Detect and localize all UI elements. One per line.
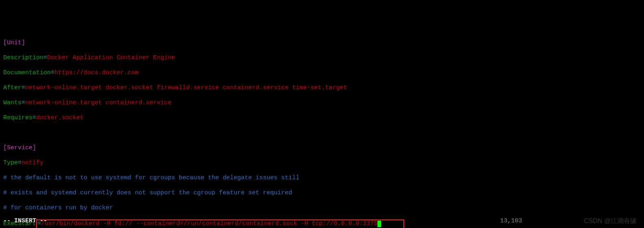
- equals-sign: =: [22, 99, 25, 106]
- key-wants: Wants: [3, 99, 22, 106]
- equals-sign: =: [33, 114, 36, 121]
- val-execstart: /usr/bin/dockerd -H fd:// --containerd=/…: [41, 220, 377, 227]
- vim-cursor-position: 13,103: [500, 217, 522, 225]
- highlight-box: =/usr/bin/dockerd -H fd:// --containerd=…: [36, 219, 404, 228]
- comment-line: # the default is not to use systemd for …: [3, 174, 299, 181]
- text-cursor: [377, 221, 381, 227]
- val-documentation: https://docs.docker.com: [54, 69, 139, 76]
- val-requires: docker.socket: [36, 114, 84, 121]
- equals-sign: =: [18, 159, 22, 166]
- equals-sign: =: [51, 69, 54, 76]
- val-wants: network-online.target containerd.service: [25, 99, 171, 106]
- key-type: Type: [3, 159, 18, 166]
- section-header-unit: [Unit]: [3, 39, 25, 46]
- key-after: After: [3, 84, 22, 91]
- key-requires: Requires: [3, 114, 33, 121]
- watermark-text: CSDN @江湖有缘: [584, 217, 637, 225]
- vim-mode-indicator: -- INSERT --: [3, 217, 47, 225]
- equals-sign: =: [22, 84, 25, 91]
- val-type: notify: [22, 159, 43, 166]
- comment-line: # for containers run by docker: [3, 204, 113, 211]
- section-header-service: [Service]: [3, 144, 36, 151]
- key-description: Description: [3, 54, 43, 61]
- editor-content[interactable]: [Unit] Description=Docker Application Co…: [3, 32, 641, 228]
- key-documentation: Documentation: [3, 69, 51, 76]
- comment-line: # exists and systemd currently does not …: [3, 189, 292, 196]
- equals-sign: =: [43, 54, 47, 61]
- val-description: Docker Application Container Engine: [47, 54, 175, 61]
- val-after: network-online.target docker.socket fire…: [25, 84, 347, 91]
